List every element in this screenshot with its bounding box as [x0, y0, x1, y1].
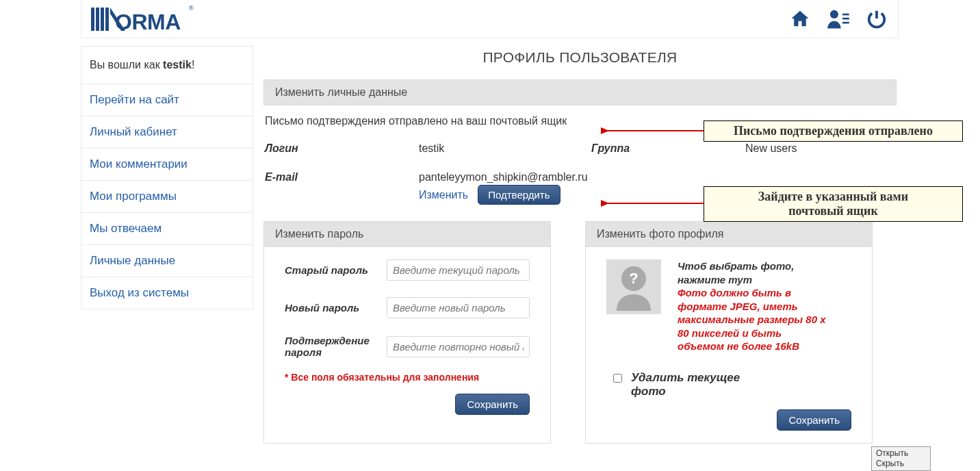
sidebar: Вы вошли как testik! Перейти на сайт Лич…: [81, 46, 253, 309]
group-value: New users: [745, 142, 895, 155]
power-icon[interactable]: [865, 7, 888, 30]
save-photo-button[interactable]: Сохранить: [777, 409, 851, 431]
panel-change-photo: Изменить фото профиля ? Чтоб выбрать фот…: [585, 221, 873, 444]
login-label: Логин: [265, 142, 419, 155]
svg-text:®: ®: [189, 5, 194, 12]
delete-photo-label: Удалить текущее фото: [631, 371, 740, 398]
photo-format-warning: Фото должно быть в формате JPEG, иметь м…: [678, 286, 828, 353]
sidebar-logged-in: Вы вошли как testik!: [81, 46, 253, 84]
delete-photo-checkbox[interactable]: [613, 374, 622, 383]
page-title: ПРОФИЛЬ ПОЛЬЗОВАТЕЛЯ: [263, 49, 897, 66]
email-value: panteleyymon_shipkin@rambler.ru: [419, 171, 588, 183]
svg-rect-8: [842, 14, 849, 16]
bottom-popup: Открыть Скрыть: [871, 446, 931, 471]
main: ПРОФИЛЬ ПОЛЬЗОВАТЕЛЯ Изменить личные дан…: [263, 49, 897, 444]
panel-change-password: Изменить пароль Старый пароль Новый паро…: [263, 221, 551, 444]
confirm-password-label: Подтверждение пароля: [285, 335, 387, 358]
new-password-label: Новый пароль: [285, 302, 387, 314]
section-personal-data-header: Изменить личные данные: [263, 79, 897, 105]
sidebar-item-logout[interactable]: Выход из системы: [81, 277, 253, 309]
panel-change-password-header: Изменить пароль: [264, 222, 550, 247]
sidebar-item-goto-site[interactable]: Перейти на сайт: [81, 84, 253, 116]
sidebar-item-my-programs[interactable]: Мои программы: [81, 180, 253, 212]
old-password-label: Старый пароль: [285, 264, 387, 276]
popup-open-link[interactable]: Открыть: [876, 448, 926, 459]
svg-text:ORMA: ORMA: [115, 10, 181, 34]
email-confirm-button[interactable]: Подтвердить: [478, 185, 560, 205]
svg-rect-3: [105, 8, 109, 31]
home-icon[interactable]: [788, 7, 812, 30]
svg-point-7: [830, 10, 838, 18]
svg-rect-2: [101, 8, 104, 31]
sidebar-item-my-comments[interactable]: Мои комментарии: [81, 148, 253, 180]
logged-in-username: testik: [163, 59, 192, 71]
email-edit-link[interactable]: Изменить: [419, 189, 468, 201]
new-password-input[interactable]: [387, 297, 530, 318]
required-fields-note: * Все поля обязательны для заполнения: [285, 372, 530, 383]
svg-rect-0: [91, 8, 94, 31]
save-password-button[interactable]: Сохранить: [455, 394, 530, 415]
choose-photo-link[interactable]: Чтоб выбрать фото, нажмите тут: [678, 259, 828, 286]
svg-rect-10: [842, 22, 849, 24]
avatar-placeholder[interactable]: ?: [606, 259, 661, 314]
group-label: Группа: [591, 142, 745, 155]
email-label: E-mail: [265, 171, 419, 205]
photo-instructions: Чтоб выбрать фото, нажмите тут Фото долж…: [678, 259, 828, 353]
login-value: testik: [419, 142, 591, 155]
sidebar-menu: Перейти на сайт Личный кабинет Мои комме…: [81, 84, 253, 309]
header: ORMA ®: [81, 0, 899, 38]
panel-change-photo-header: Изменить фото профиля: [586, 222, 872, 247]
confirm-password-input[interactable]: [387, 336, 530, 357]
svg-rect-1: [96, 8, 99, 31]
svg-text:?: ?: [629, 270, 638, 287]
sidebar-item-we-answer[interactable]: Мы отвечаем: [81, 212, 253, 244]
user-menu-icon[interactable]: [827, 7, 850, 30]
callout-goto-mailbox: Зайдите в указанный вами почтовый ящик: [704, 186, 963, 222]
sidebar-item-account[interactable]: Личный кабинет: [81, 116, 253, 148]
sidebar-item-personal-data[interactable]: Личные данные: [81, 244, 253, 277]
callout-email-sent: Письмо подтверждения отправлено: [704, 120, 963, 142]
old-password-input[interactable]: [387, 259, 530, 281]
logged-in-prefix: Вы вошли как: [90, 59, 163, 71]
popup-hide-link[interactable]: Скрыть: [876, 459, 926, 469]
svg-rect-9: [842, 18, 849, 20]
logo[interactable]: ORMA ®: [91, 5, 194, 34]
